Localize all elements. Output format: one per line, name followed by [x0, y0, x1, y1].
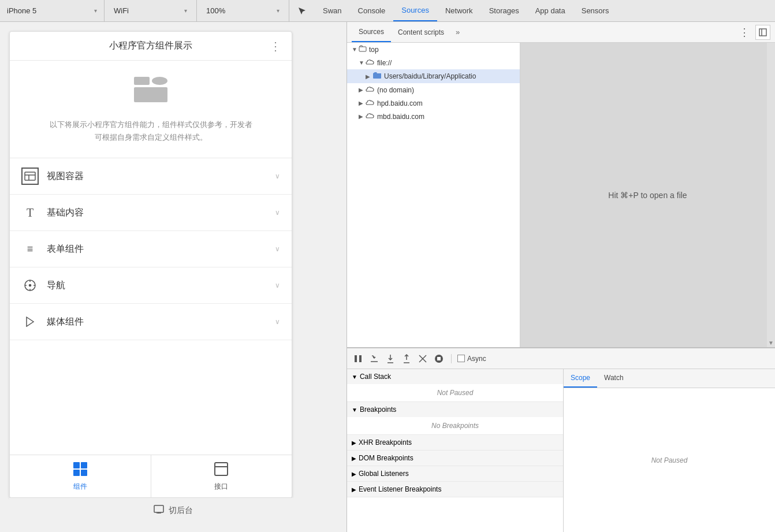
hero-icons [134, 77, 167, 110]
tree-item-top[interactable]: ▼ top [347, 43, 520, 56]
scope-tab[interactable]: Scope [564, 369, 597, 388]
dom-label: DOM Breakpoints [359, 454, 413, 462]
pause-button[interactable] [352, 352, 364, 365]
async-checkbox[interactable] [457, 355, 465, 362]
global-listeners-section: ▶ Global Listeners [347, 466, 563, 482]
breakpoints-empty: No Breakpoints [431, 422, 479, 430]
svg-point-4 [29, 285, 31, 287]
tree-label-mbd: mbd.baidu.com [377, 113, 424, 121]
breakpoints-title: Breakpoints [360, 405, 396, 414]
watch-tab[interactable]: Watch [597, 369, 631, 388]
svg-rect-19 [759, 29, 766, 36]
more-dots-icon[interactable]: ⋮ [270, 39, 282, 53]
debug-separator [451, 354, 452, 363]
stop-button[interactable] [433, 352, 445, 365]
interface-nav-label: 接口 [214, 482, 228, 492]
tab-sensors[interactable]: Sensors [573, 0, 617, 21]
tab-sources[interactable]: Sources [393, 0, 437, 21]
global-arrow: ▶ [352, 471, 356, 477]
svg-rect-13 [81, 470, 87, 476]
scrollbar[interactable]: ▼ [767, 43, 775, 347]
bottom-nav-component[interactable]: 组件 [10, 455, 151, 497]
sources-toggle-button[interactable] [755, 25, 770, 40]
tree-arrow-mbd: ▶ [359, 113, 366, 120]
footer-icon [154, 505, 164, 516]
percent-selector[interactable]: 100% ▾ [197, 0, 289, 21]
menu-label-view-container: 视图容器 [47, 170, 275, 183]
call-stack-arrow: ▼ [352, 374, 357, 380]
xhr-label: XHR Breakpoints [359, 438, 412, 447]
phone-footer[interactable]: 切后台 [9, 498, 337, 523]
debug-left: ▼ Call Stack Not Paused ▼ Breakpoints [347, 369, 564, 532]
step-into-button[interactable] [384, 352, 397, 365]
debug-right-tabs-row: Scope Watch [564, 369, 775, 388]
dom-breakpoints-header[interactable]: ▶ DOM Breakpoints [347, 451, 563, 466]
svg-rect-16 [154, 505, 163, 512]
hero-icon-1 [134, 77, 150, 85]
menu-view-container[interactable]: 视图容器 ∨ [10, 158, 292, 195]
tree-item-file[interactable]: ▼ file:// [347, 56, 520, 69]
deactivate-button[interactable] [416, 352, 429, 365]
xhr-breakpoints-header[interactable]: ▶ XHR Breakpoints [347, 435, 563, 450]
cursor-tool[interactable] [289, 0, 315, 21]
dom-arrow: ▶ [352, 455, 356, 462]
menu-media-component[interactable]: 媒体组件 ∨ [10, 304, 292, 340]
devtools-panel: Sources Content scripts » ⋮ ▼ [346, 22, 775, 532]
tree-item-path[interactable]: ▶ Users/baidu/Library/Applicatio [347, 69, 520, 83]
tab-network[interactable]: Network [437, 0, 481, 21]
async-toggle[interactable]: Async [457, 355, 486, 363]
tree-arrow-file: ▼ [359, 59, 366, 66]
step-out-button[interactable] [400, 352, 413, 365]
event-arrow: ▶ [352, 486, 356, 493]
tree-item-hpd[interactable]: ▶ hpd.baidu.com [347, 96, 520, 110]
code-view: Hit ⌘+P to open a file ▼ [520, 43, 775, 347]
tree-arrow-hpd: ▶ [359, 100, 366, 106]
debug-toolbar: Async [347, 348, 775, 369]
tab-swan[interactable]: Swan [315, 0, 350, 21]
menu-icon-view-container [21, 168, 39, 185]
menu-icon-navigation [21, 277, 39, 294]
bottom-nav-interface[interactable]: 接口 [151, 455, 292, 497]
tree-arrow-no-domain: ▶ [359, 87, 366, 93]
sources-tab-content-scripts[interactable]: Content scripts [391, 22, 451, 42]
cloud-icon-no-domain [366, 85, 375, 94]
tree-label-top: top [369, 46, 379, 54]
scroll-thumb[interactable]: ▼ [767, 338, 775, 347]
tab-app-data[interactable]: App data [527, 0, 573, 21]
svg-marker-9 [27, 317, 33, 326]
tree-item-no-domain[interactable]: ▶ (no domain) [347, 83, 520, 96]
device-label: iPhone 5 [7, 6, 94, 15]
wifi-selector[interactable]: WiFi ▾ [105, 0, 197, 21]
global-label: Global Listeners [359, 470, 409, 478]
cloud-icon-mbd [366, 112, 375, 121]
step-over-button[interactable] [368, 352, 381, 365]
phone-title: 小程序官方组件展示 [109, 40, 192, 52]
breakpoints-header[interactable]: ▼ Breakpoints [347, 402, 563, 417]
menu-label-basic-content: 基础内容 [47, 207, 275, 219]
tab-storages[interactable]: Storages [481, 0, 527, 21]
call-stack-section: ▼ Call Stack Not Paused [347, 369, 563, 402]
tree-label-hpd: hpd.baidu.com [377, 99, 423, 107]
tree-item-mbd[interactable]: ▶ mbd.baidu.com [347, 110, 520, 123]
svg-rect-12 [73, 470, 80, 476]
interface-nav-icon [213, 461, 229, 481]
debug-split: ▼ Call Stack Not Paused ▼ Breakpoints [347, 369, 775, 532]
tab-console[interactable]: Console [350, 0, 394, 21]
call-stack-title: Call Stack [360, 373, 391, 381]
device-selector[interactable]: iPhone 5 ▾ [0, 0, 105, 21]
chevron-down-icon-0: ∨ [275, 172, 280, 180]
dom-breakpoints-section: ▶ DOM Breakpoints [347, 451, 563, 466]
menu-form-component[interactable]: ≡ 表单组件 ∨ [10, 231, 292, 267]
sources-tab-sources[interactable]: Sources [352, 22, 391, 42]
menu-navigation[interactable]: 导航 ∨ [10, 267, 292, 304]
code-and-debug: Hit ⌘+P to open a file ▼ [520, 43, 775, 347]
event-listener-header[interactable]: ▶ Event Listener Breakpoints [347, 482, 563, 497]
device-arrow: ▾ [94, 8, 97, 14]
sources-menu-button[interactable]: ⋮ [736, 27, 753, 38]
sources-tab-more[interactable]: » [451, 28, 464, 36]
call-stack-header[interactable]: ▼ Call Stack [347, 369, 563, 384]
global-listeners-header[interactable]: ▶ Global Listeners [347, 466, 563, 481]
sources-main: ▼ top ▼ file:// ▶ [347, 43, 775, 347]
menu-basic-content[interactable]: T 基础内容 ∨ [10, 195, 292, 231]
menu-icon-basic-content: T [21, 204, 39, 221]
